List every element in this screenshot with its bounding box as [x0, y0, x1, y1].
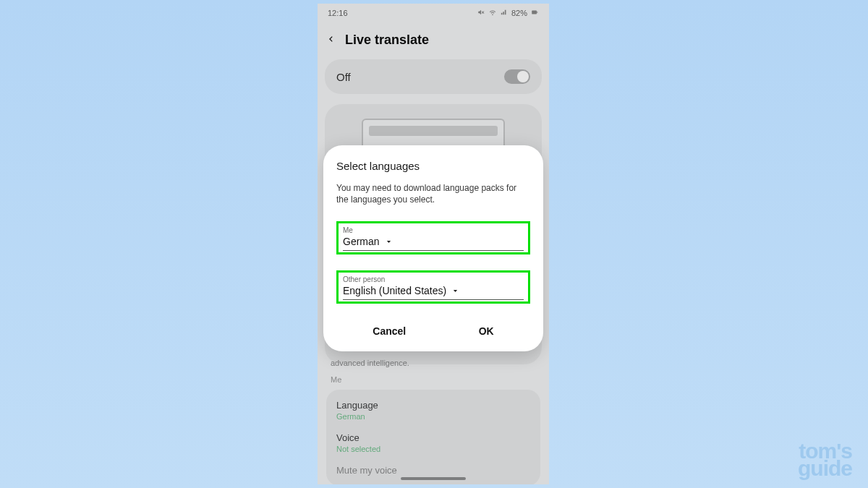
settings-below: advanced intelligence. Me Language Germa…	[318, 358, 549, 484]
signal-icon	[500, 9, 509, 17]
status-bar: 12:16 82%	[318, 4, 549, 22]
toggle-switch[interactable]	[504, 69, 530, 84]
status-time: 12:16	[328, 9, 348, 17]
field-label: Me	[343, 226, 524, 234]
select-languages-dialog: Select languages You may need to downloa…	[323, 145, 543, 351]
setting-voice[interactable]: Voice Not selected	[335, 427, 532, 459]
page-title: Live translate	[345, 33, 429, 48]
battery-text: 82%	[511, 9, 527, 17]
svg-rect-0	[532, 11, 537, 14]
watermark-line2: guide	[798, 460, 852, 478]
cancel-button[interactable]: Cancel	[358, 320, 420, 343]
gesture-bar	[401, 477, 466, 480]
settings-list: Language German Voice Not selected Mute …	[326, 390, 540, 484]
chevron-down-icon	[386, 235, 392, 248]
status-right: 82%	[477, 9, 539, 17]
field-value: German	[343, 236, 380, 247]
svg-rect-1	[537, 12, 537, 14]
chevron-down-icon	[452, 284, 459, 297]
field-value: English (United States)	[343, 285, 446, 296]
page-header: Live translate	[318, 22, 549, 59]
language-field-other[interactable]: Other person English (United States)	[336, 270, 530, 304]
back-icon[interactable]	[328, 33, 335, 48]
setting-language[interactable]: Language German	[335, 394, 532, 427]
toggle-label: Off	[336, 71, 351, 83]
dropdown-me[interactable]: German	[343, 235, 524, 251]
ok-button[interactable]: OK	[464, 320, 509, 343]
field-label: Other person	[343, 275, 524, 283]
setting-value: Not selected	[336, 445, 530, 453]
setting-value: German	[336, 412, 530, 421]
section-label-me: Me	[331, 375, 536, 384]
phone-screen: 12:16 82% Live translate Off	[318, 4, 549, 484]
setting-title: Voice	[336, 432, 530, 443]
dialog-button-row: Cancel OK	[336, 315, 530, 343]
dialog-description: You may need to download language packs …	[336, 182, 530, 205]
battery-icon	[530, 9, 539, 17]
mute-icon	[477, 9, 485, 17]
setting-title: Mute my voice	[336, 465, 530, 476]
wifi-icon	[488, 9, 497, 17]
feature-description-tail: advanced intelligence.	[331, 358, 536, 368]
master-toggle-row[interactable]: Off	[325, 59, 542, 94]
dialog-title: Select languages	[336, 160, 530, 172]
watermark-logo: tom's guide	[798, 442, 852, 478]
dropdown-other[interactable]: English (United States)	[343, 284, 524, 300]
setting-title: Language	[336, 400, 530, 411]
language-field-me[interactable]: Me German	[336, 221, 530, 254]
